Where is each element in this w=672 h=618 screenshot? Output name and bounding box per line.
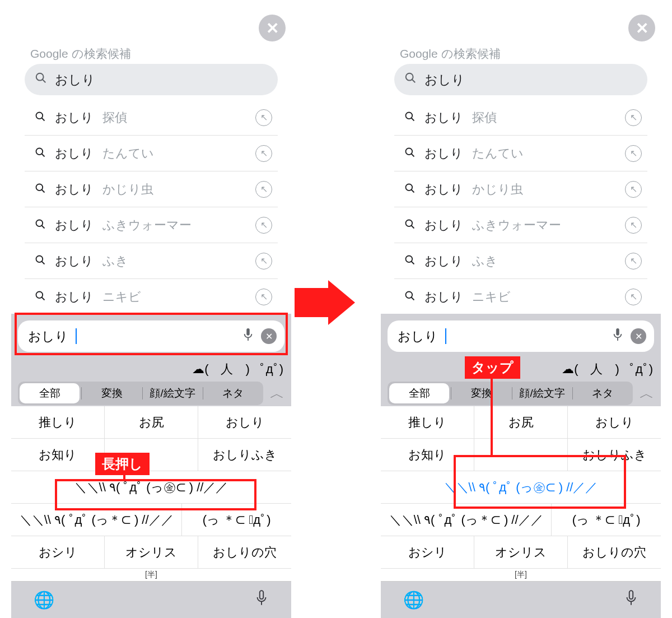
suggestion-row[interactable]: おしりニキビ↖ <box>25 279 278 315</box>
candidate[interactable]: おシリ <box>11 536 105 568</box>
seg-henkan[interactable]: 変換 <box>82 382 142 405</box>
candidate[interactable]: おしり <box>198 406 291 438</box>
clear-icon[interactable]: ✕ <box>631 328 646 344</box>
insert-icon[interactable]: ↖ <box>625 289 642 305</box>
suggestion-suffix: たんてい <box>102 145 154 162</box>
insert-icon[interactable]: ↖ <box>255 289 272 305</box>
suggestion-row[interactable]: おしりふき↖ <box>25 243 278 279</box>
search-icon <box>404 253 416 269</box>
candidate[interactable]: おしりの穴 <box>568 536 661 568</box>
emoji-shortcut[interactable]: ﾟдﾟ) <box>260 362 283 377</box>
suggestion-prefix: おしり <box>55 145 94 162</box>
candidate[interactable]: おシリ <box>381 536 474 568</box>
annotation-label: タップ <box>465 356 520 379</box>
candidate[interactable]: オシリス <box>474 536 568 568</box>
suggestion-row[interactable]: おしり探偵↖ <box>394 100 647 136</box>
search-chip[interactable]: おしり <box>394 64 647 95</box>
search-chip[interactable]: おしり <box>25 64 278 95</box>
candidate[interactable]: おしりふき <box>198 439 291 471</box>
seg-kao[interactable]: 顔/絵文字 <box>512 382 572 405</box>
svg-point-6 <box>36 184 43 190</box>
suggestion-row[interactable]: おしりたんてい↖ <box>394 136 647 171</box>
text-cursor <box>76 328 77 344</box>
search-icon <box>404 72 417 87</box>
svg-rect-34 <box>629 591 633 599</box>
svg-point-12 <box>36 291 43 298</box>
suggestion-prefix: おしり <box>55 109 94 126</box>
candidate[interactable]: ＼＼\\ ٩( ﾟдﾟ (っ＊⊂ ) //／／ <box>381 504 552 536</box>
suggestion-suffix: かじり虫 <box>102 181 153 198</box>
suggestion-row[interactable]: おしりたんてい↖ <box>25 136 278 171</box>
seg-all[interactable]: 全部 <box>389 383 449 403</box>
insert-icon[interactable]: ↖ <box>625 109 642 126</box>
insert-icon[interactable]: ↖ <box>255 109 272 126</box>
insert-icon[interactable]: ↖ <box>255 253 272 269</box>
suggestion-row[interactable]: おしりふきウォーマー↖ <box>25 207 278 243</box>
suggestion-row[interactable]: おしりふき↖ <box>394 243 647 279</box>
candidate[interactable]: おしり <box>568 406 661 438</box>
suggestion-suffix: ニキビ <box>102 289 141 305</box>
candidate-kaomoji[interactable]: ＼＼\\ ٩( ﾟдﾟ (っ㊎⊂ ) //／／ <box>11 471 291 503</box>
search-chip-text: おしり <box>55 71 95 89</box>
insert-icon[interactable]: ↖ <box>625 253 642 269</box>
seg-all[interactable]: 全部 <box>20 383 80 403</box>
insert-icon[interactable]: ↖ <box>625 217 642 234</box>
candidate[interactable]: ＼＼\\ ٩( ﾟдﾟ (っ＊⊂ ) //／／ <box>11 504 182 536</box>
candidate[interactable] <box>474 439 568 471</box>
candidate[interactable]: お尻 <box>105 406 198 438</box>
text-input[interactable]: おしり ✕ <box>388 320 654 352</box>
svg-point-24 <box>406 184 413 190</box>
segment-row: 全部 変換 顔/絵文字 ネタ ︿ <box>11 380 291 407</box>
seg-neta[interactable]: ネタ <box>203 382 263 405</box>
chevron-up-icon[interactable]: ︿ <box>640 384 654 403</box>
close-icon[interactable]: ✕ <box>628 15 655 41</box>
candidate[interactable]: (っ ＊⊂ ﾟдﾟ) <box>552 504 661 536</box>
svg-line-23 <box>412 154 414 156</box>
suggestion-row[interactable]: おしりニキビ↖ <box>394 279 647 315</box>
candidate[interactable]: お尻 <box>474 406 568 438</box>
candidate[interactable]: お知り <box>381 439 474 471</box>
mic-icon[interactable] <box>624 589 638 610</box>
suggestion-row[interactable]: おしりふきウォーマー↖ <box>394 207 647 243</box>
candidate[interactable]: 推しり <box>381 406 474 438</box>
search-icon <box>35 253 46 269</box>
mic-icon[interactable] <box>254 589 269 610</box>
suggestion-row[interactable]: おしり探偵↖ <box>25 100 278 136</box>
insert-icon[interactable]: ↖ <box>625 181 642 198</box>
clear-icon[interactable]: ✕ <box>261 328 277 344</box>
footnote: [半] <box>381 569 661 582</box>
annotation-line <box>123 473 125 481</box>
insert-icon[interactable]: ↖ <box>255 145 272 162</box>
candidate[interactable]: オシリス <box>105 536 198 568</box>
emoji-shortcut[interactable]: ☁( 人 ) <box>562 361 619 378</box>
globe-icon[interactable]: 🌐 <box>34 590 54 610</box>
emoji-shortcut[interactable]: ﾟдﾟ) <box>629 362 653 377</box>
globe-icon[interactable]: 🌐 <box>403 590 424 610</box>
mic-icon[interactable] <box>242 327 254 345</box>
suggestion-list: おしり探偵↖おしりたんてい↖おしりかじり虫↖おしりふきウォーマー↖おしりふき↖お… <box>25 100 278 315</box>
seg-kao[interactable]: 顔/絵文字 <box>143 382 203 405</box>
candidate[interactable]: (っ ＊⊂ ﾟдﾟ) <box>182 504 291 536</box>
suggestion-suffix: 探偵 <box>472 109 497 126</box>
candidate[interactable]: おしりふき <box>568 439 661 471</box>
insert-icon[interactable]: ↖ <box>255 181 272 198</box>
search-icon <box>404 182 416 197</box>
chevron-up-icon[interactable]: ︿ <box>270 384 284 403</box>
close-icon[interactable]: ✕ <box>259 15 286 41</box>
seg-neta[interactable]: ネタ <box>573 382 633 405</box>
seg-henkan[interactable]: 変換 <box>451 382 511 405</box>
suggestion-suffix: ふきウォーマー <box>102 217 192 234</box>
candidate[interactable]: お知り <box>11 439 105 471</box>
emoji-shortcut[interactable]: ☁( 人 ) <box>192 361 250 378</box>
insert-icon[interactable]: ↖ <box>255 217 272 234</box>
mic-icon[interactable] <box>612 327 624 345</box>
candidate[interactable]: 推しり <box>11 406 105 438</box>
keyboard-area: ☁( 人 ) ﾟдﾟ) 全部 変換 顔/絵文字 ネタ ︿ 推しり お尻 <box>381 359 661 618</box>
candidate[interactable]: おしりの穴 <box>198 536 291 568</box>
text-input[interactable]: おしり ✕ <box>18 320 284 352</box>
suggestion-row[interactable]: おしりかじり虫↖ <box>394 171 647 207</box>
emoji-shortcut-row: ☁( 人 ) ﾟдﾟ) <box>11 359 291 380</box>
candidate-kaomoji-selected[interactable]: ＼＼\\ ٩( ﾟдﾟ (っ㊎⊂ ) //／／ <box>381 471 661 503</box>
insert-icon[interactable]: ↖ <box>625 145 642 162</box>
suggestion-row[interactable]: おしりかじり虫↖ <box>25 171 278 207</box>
